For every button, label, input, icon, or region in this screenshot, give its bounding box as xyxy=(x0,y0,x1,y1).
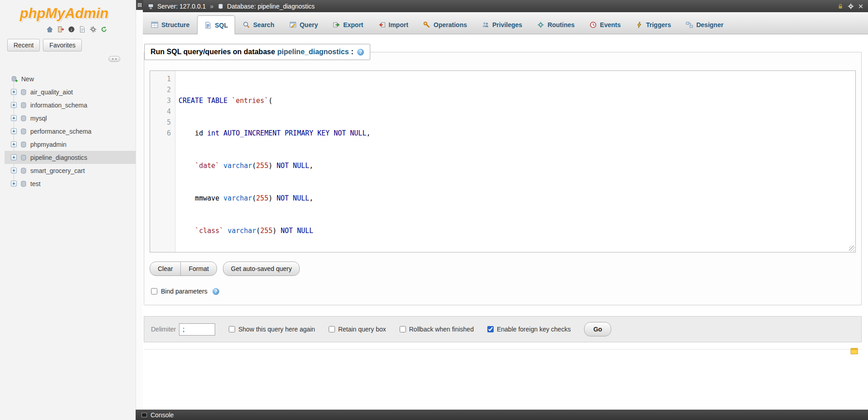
favorites-button[interactable]: Favorites xyxy=(43,39,82,51)
tab-triggers[interactable]: Triggers xyxy=(628,15,678,34)
line-number: 4 xyxy=(150,106,171,117)
db-label: information_schema xyxy=(30,102,87,109)
code-segment-type: varchar xyxy=(223,194,252,202)
expand-icon[interactable]: + xyxy=(11,102,17,108)
tab-events[interactable]: Events xyxy=(582,15,628,34)
query-window-icon[interactable] xyxy=(850,347,858,355)
delimiter-input[interactable] xyxy=(179,323,215,336)
settings-icon[interactable] xyxy=(848,3,854,9)
settings-icon[interactable] xyxy=(89,25,97,33)
db-label: mysql xyxy=(30,115,47,122)
events-icon xyxy=(590,21,597,28)
console-label: Console xyxy=(151,411,174,419)
tab-privileges[interactable]: Privileges xyxy=(475,15,529,34)
recent-button[interactable]: Recent xyxy=(7,39,40,51)
panel-resizer[interactable] xyxy=(136,0,143,420)
expand-icon[interactable]: + xyxy=(11,181,17,187)
title-prefix: Run SQL query/queries on database xyxy=(151,48,275,56)
sidebar-db-pipeline_diagnostics[interactable]: + pipeline_diagnostics xyxy=(5,151,136,164)
foreign-key-checks-checkbox[interactable] xyxy=(487,326,494,332)
bind-parameters-label: Bind parameters xyxy=(161,288,208,295)
option-checkbox-3[interactable]: Enable foreign key checks xyxy=(487,326,571,333)
query-buttons-row: Clear Format Get auto-saved query xyxy=(150,261,856,276)
tab-query[interactable]: Query xyxy=(282,15,325,34)
option-label: Enable foreign key checks xyxy=(497,326,571,333)
server-link[interactable]: Server: 127.0.0.1 xyxy=(157,3,206,10)
expand-icon[interactable]: + xyxy=(11,141,17,147)
sql-code[interactable]: CREATE TABLE `entries`( id int AUTO_INCR… xyxy=(175,71,855,252)
sidebar-db-smart_grocery_cart[interactable]: + smart_grocery_cart xyxy=(5,164,136,177)
help-icon[interactable]: ? xyxy=(212,288,219,295)
nav-toggle-icon[interactable] xyxy=(136,0,143,10)
nav-collapse-handle[interactable] xyxy=(108,56,120,62)
reload-navigation-icon[interactable] xyxy=(100,25,108,33)
console-bar[interactable]: Console xyxy=(136,410,868,420)
logout-icon[interactable] xyxy=(57,25,65,33)
search-icon xyxy=(243,21,250,28)
option-checkbox-1[interactable]: Retain query box xyxy=(329,326,386,333)
sidebar-db-mysql[interactable]: + mysql xyxy=(5,112,136,125)
expand-icon[interactable]: + xyxy=(11,168,17,173)
expand-icon[interactable]: + xyxy=(11,89,17,95)
structure-icon xyxy=(151,21,158,28)
database-icon xyxy=(20,154,27,161)
code-segment-plain xyxy=(179,162,195,170)
tab-label: Export xyxy=(343,21,363,28)
editor-resize-handle[interactable] xyxy=(849,246,855,252)
format-button[interactable]: Format xyxy=(180,261,217,276)
home-icon[interactable] xyxy=(46,25,54,33)
tab-search[interactable]: Search xyxy=(236,15,282,34)
expand-icon[interactable]: + xyxy=(11,115,17,121)
sidebar-db-air_quality_aiot[interactable]: + air_quality_aiot xyxy=(5,85,136,98)
code-segment-plain: ) xyxy=(269,162,277,170)
delimiter-group: Delimiter xyxy=(151,323,215,336)
option-checkbox-2[interactable]: Rollback when finished xyxy=(400,326,474,333)
server-breadcrumb-bar: Server: 127.0.0.1 » Database: pipeline_d… xyxy=(143,0,868,12)
tab-operations[interactable]: Operations xyxy=(416,15,474,34)
sidebar-db-information_schema[interactable]: + information_schema xyxy=(5,98,136,112)
rollback-checkbox[interactable] xyxy=(400,326,406,332)
tab-structure[interactable]: Structure xyxy=(144,15,197,34)
tab-import[interactable]: Import xyxy=(371,15,416,34)
get-autosaved-query-button[interactable]: Get auto-saved query xyxy=(223,261,300,276)
mysql-docs-icon[interactable] xyxy=(78,25,86,33)
tab-export[interactable]: Export xyxy=(326,15,370,34)
go-button[interactable]: Go xyxy=(584,322,611,336)
tab-sql[interactable]: SQL xyxy=(197,15,235,34)
retain-query-box-checkbox[interactable] xyxy=(329,326,335,332)
code-line: id int AUTO_INCREMENT PRIMARY KEY NOT NU… xyxy=(179,128,855,139)
expand-icon[interactable]: + xyxy=(11,154,17,160)
tab-routines[interactable]: Routines xyxy=(530,15,582,34)
close-icon[interactable] xyxy=(858,4,863,9)
code-segment-plain xyxy=(219,162,223,170)
sidebar-db-phpmyadmin[interactable]: + phpmyadmin xyxy=(5,138,136,151)
code-segment-identifier: `class` xyxy=(195,227,223,235)
sql-editor[interactable]: 1 2 3 4 5 6 CREATE TABLE `entries`( id i… xyxy=(150,70,856,252)
option-checkbox-0[interactable]: Show this query here again xyxy=(229,326,315,333)
database-icon xyxy=(20,128,27,135)
title-database-link[interactable]: pipeline_diagnostics xyxy=(277,48,349,56)
title-suffix: : xyxy=(351,48,354,56)
triggers-icon xyxy=(636,21,643,28)
results-separator xyxy=(144,349,862,359)
sidebar-item-new-database[interactable]: New xyxy=(5,72,136,85)
code-segment-number: 255 xyxy=(256,194,269,202)
tab-designer[interactable]: Designer xyxy=(679,15,731,34)
bind-parameters-checkbox[interactable] xyxy=(151,288,157,294)
sidebar-icon-toolbar: i xyxy=(0,23,136,38)
code-segment-keyword: NOT NULL xyxy=(281,227,313,235)
database-link[interactable]: Database: pipeline_diagnostics xyxy=(227,3,315,10)
sidebar-db-performance_schema[interactable]: + performance_schema xyxy=(5,125,136,138)
database-tree: New + air_quality_aiot + information_sch… xyxy=(0,72,136,190)
code-segment-plain: ( xyxy=(252,194,256,202)
docs-icon[interactable]: i xyxy=(67,25,75,33)
logo[interactable]: phpMyAdmin xyxy=(0,0,136,23)
show-query-again-checkbox[interactable] xyxy=(229,326,235,332)
code-segment-plain: id xyxy=(179,129,207,137)
help-icon[interactable]: ? xyxy=(357,49,364,56)
sidebar-db-test[interactable]: + test xyxy=(5,177,136,190)
expand-icon[interactable]: + xyxy=(11,128,17,134)
sql-query-title: Run SQL query/queries on database pipeli… xyxy=(144,44,370,60)
clear-button[interactable]: Clear xyxy=(150,261,181,276)
phpmyadmin-page: { "app": { "brand": "phpMyAdmin" }, "col… xyxy=(0,0,868,420)
